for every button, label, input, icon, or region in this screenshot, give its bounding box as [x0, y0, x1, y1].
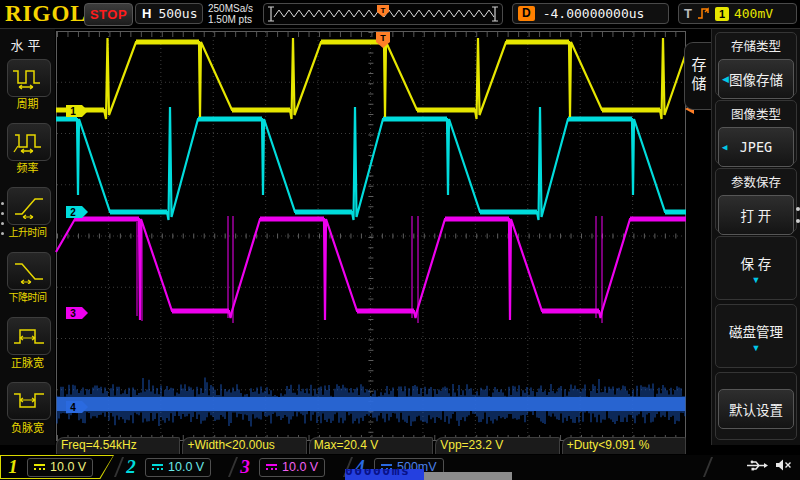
ch4-noise-core	[57, 397, 685, 411]
period-icon	[11, 65, 47, 91]
trigger-source-badge: 1	[715, 7, 729, 21]
top-status-bar: RIGOL STOP H 500us 250MSa/s 1.50M pts T …	[0, 0, 800, 29]
measurement-result-bar: Freq=4.54kHz +Width<20.00us Max=20.4 V V…	[56, 437, 686, 454]
down-arrow-icon: ▼	[752, 277, 761, 283]
svg-text:4: 4	[70, 402, 76, 413]
menu-cell-save[interactable]: 保 存 ▼	[715, 236, 797, 300]
trigger-label: T	[684, 6, 692, 21]
measurement-vpp: Vpp=23.2 V	[435, 437, 559, 454]
down-arrow-icon: ▼	[752, 345, 761, 351]
measurement-max: Max=20.4 V	[309, 437, 433, 454]
measurement-freq: Freq=4.54kHz	[56, 437, 180, 454]
measurement-pos-width: +Width<20.00us	[182, 437, 306, 454]
storage-type-button[interactable]: ◀ 图像存储	[718, 59, 794, 99]
default-setup-button[interactable]: 默认设置	[718, 389, 794, 429]
frequency-icon	[11, 129, 47, 155]
graticule-border	[57, 32, 686, 441]
ch1-trace-flats	[56, 42, 660, 110]
measure-category-title: 水平	[0, 35, 55, 54]
ch4-level-tag[interactable]: 4	[66, 401, 88, 413]
memory-trigger-letter: T	[381, 6, 386, 15]
measure-sidebar: 水平 周期 频率 上升时间	[0, 29, 55, 445]
horizontal-timebase-box[interactable]: H 500us	[135, 3, 203, 24]
param-save-header: 参数保存	[716, 169, 796, 191]
measure-item-period-label: 周期	[0, 95, 55, 111]
channel-status-bar: 1 10.0 V 2 10.0 V 3 10.0 V 4	[0, 455, 800, 480]
ch2-level-tag[interactable]: 2	[66, 206, 88, 218]
sample-rate: 250MSa/s	[208, 3, 253, 14]
rising-slope-icon	[697, 7, 710, 20]
measure-item-neg-width-label: 负脉宽	[0, 419, 55, 435]
ch2-coupling-icon	[152, 464, 163, 470]
memory-position-bar[interactable]: T	[263, 3, 503, 25]
run-stop-status[interactable]: STOP	[84, 3, 133, 26]
ch3-coupling-icon	[266, 464, 277, 470]
clipped-popup-body	[424, 472, 512, 480]
measure-item-neg-width[interactable]	[7, 382, 51, 420]
ch3-number: 3	[238, 456, 252, 478]
softkey-menu: 存储类型 ◀ 图像存储 图像类型 ◀ JPEG 参数保存 打 开 保 存 ▼	[711, 29, 800, 445]
measure-item-pos-width[interactable]	[7, 317, 51, 355]
ch2-status[interactable]: 2 10.0 V	[124, 455, 211, 479]
menu-cell-param-save: 参数保存 打 开	[715, 168, 797, 232]
menu-tab-storage[interactable]: 存储	[684, 42, 711, 110]
image-type-button[interactable]: ◀ JPEG	[718, 127, 794, 167]
trigger-position-marker[interactable]: T	[376, 32, 390, 48]
clipped-popup-message: 00000ms	[345, 469, 424, 480]
horizontal-label: H	[142, 6, 151, 21]
ch3-trace-flats	[75, 219, 686, 311]
left-arrow-icon: ◀	[722, 142, 727, 152]
menu-cell-image-type: 图像类型 ◀ JPEG	[715, 100, 797, 164]
ch3-trace	[56, 219, 686, 320]
delay-badge: D	[518, 6, 535, 21]
measure-item-pos-width-label: 正脉宽	[0, 354, 55, 370]
measure-item-fall-time[interactable]	[7, 252, 51, 290]
measure-item-rise-time-label: 上升时间	[0, 224, 55, 239]
trigger-level-value: 400mV	[734, 6, 773, 21]
measure-item-rise-time[interactable]	[7, 187, 51, 225]
softkey-menu-page-dots	[796, 207, 800, 223]
sample-rate-block: 250MSa/s 1.50M pts	[208, 3, 253, 25]
measure-item-fall-time-label: 下降时间	[0, 289, 55, 304]
neg-pulse-width-icon	[11, 388, 47, 414]
measurement-pos-duty: +Duty<9.091 %	[562, 437, 686, 454]
ch1-scale: 10.0 V	[50, 460, 86, 474]
svg-text:T: T	[380, 33, 386, 43]
trigger-delay-box[interactable]: D -4.00000000us	[512, 3, 669, 24]
ch2-trace-flats	[56, 119, 686, 212]
param-save-button[interactable]: 打 开	[718, 195, 794, 235]
delay-value: -4.00000000us	[543, 6, 645, 21]
save-button: 保 存	[741, 253, 772, 273]
ch2-scale: 10.0 V	[168, 460, 204, 474]
measure-item-frequency[interactable]	[7, 123, 51, 161]
usb-icon	[746, 459, 768, 472]
graticule-grid	[57, 32, 685, 440]
left-arrow-icon: ◀	[722, 74, 729, 84]
measure-item-period[interactable]	[7, 59, 51, 97]
measure-item-frequency-label: 频率	[0, 159, 55, 175]
image-type-header: 图像类型	[716, 101, 796, 123]
svg-text:1: 1	[70, 106, 76, 117]
timebase-value: 500us	[158, 6, 197, 21]
menu-cell-disk-manage[interactable]: 磁盘管理 ▼	[715, 304, 797, 368]
ch1-trace	[56, 38, 686, 119]
pos-pulse-width-icon	[11, 323, 47, 349]
ch2-number: 2	[124, 456, 138, 478]
menu-cell-default-setup: 默认设置	[715, 372, 797, 440]
menu-cell-storage-type: 存储类型 ◀ 图像存储	[715, 32, 797, 96]
ch1-level-tag[interactable]: 1	[66, 105, 88, 117]
ch2-trace	[56, 107, 686, 220]
measure-menu-page-dots	[1, 202, 4, 235]
ch3-level-tag[interactable]: 3	[66, 307, 88, 319]
svg-text:3: 3	[70, 308, 76, 319]
fall-time-icon	[11, 258, 47, 284]
disk-manage-button: 磁盘管理	[729, 321, 783, 341]
trigger-info-box[interactable]: T 1 400mV	[678, 3, 797, 24]
svg-text:2: 2	[70, 207, 76, 218]
storage-type-header: 存储类型	[716, 33, 796, 55]
ch3-status[interactable]: 3 10.0 V	[238, 455, 325, 479]
ch1-status-selected[interactable]: 1 10.0 V	[0, 455, 114, 479]
oscilloscope-screen: RIGOL STOP H 500us 250MSa/s 1.50M pts T …	[0, 0, 800, 480]
memory-depth: 1.50M pts	[208, 14, 253, 25]
ch3-scale: 10.0 V	[282, 460, 318, 474]
